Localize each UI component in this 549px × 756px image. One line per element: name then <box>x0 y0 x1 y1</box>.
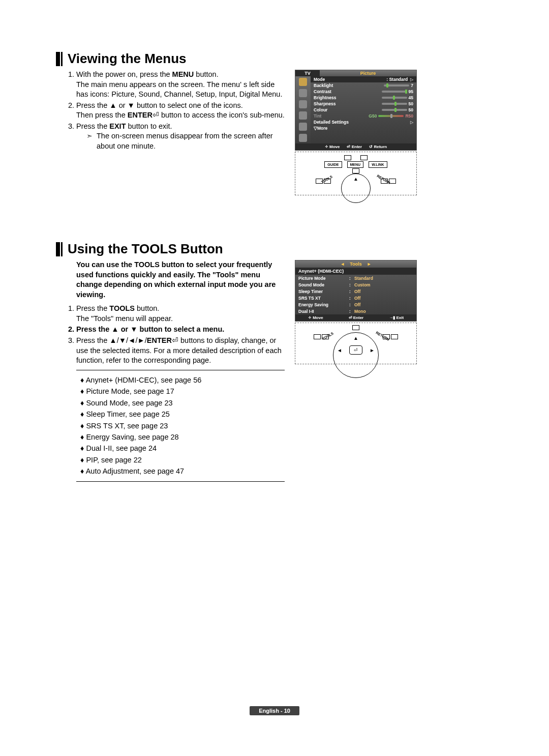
osd2-row: Picture Mode:Standard <box>295 275 416 281</box>
heading-bar <box>56 242 60 256</box>
osd-row-contrast: Contrast95 <box>311 89 416 95</box>
section-heading-2: Using the TOOLS Button <box>56 241 493 257</box>
osd2-footer: ✧ Move ⏎ Enter →▮ Exit <box>295 314 416 321</box>
bullet-item: ♦ Sleep Timer, see page 25 <box>80 409 285 420</box>
osd-icon-rail <box>295 76 311 143</box>
heading-bar-thin <box>61 242 63 256</box>
bullet-item: ♦ Picture Mode, see page 17 <box>80 386 285 397</box>
bullet-item: ♦ SRS TS XT, see page 23 <box>80 420 285 431</box>
osd-row-sharpness: Sharpness50 <box>311 101 416 107</box>
step-2: Press the ▲ or ▼ button to select one of… <box>76 101 285 121</box>
osd-move-hint: ✧ Move <box>325 144 340 149</box>
page-number: English - 10 <box>250 706 299 715</box>
bullet-item: ♦ PIP, see page 22 <box>80 454 285 466</box>
bullet-item: ♦ Dual I-II, see page 24 <box>80 443 285 454</box>
step-2: Press the ▲ or ▼ button to select a menu… <box>76 325 285 335</box>
osd-row-backlight: Backlight7 <box>311 82 416 89</box>
osd2-row: Sound Mode:Custom <box>295 281 416 288</box>
osd-row-tint: TintG50R50 <box>311 113 416 119</box>
osd-return-hint: ↺ Return <box>369 144 387 149</box>
osd2-row: Dual I-II:Mono <box>295 308 416 314</box>
page-footer: English - 10 <box>0 706 549 715</box>
note-icon: ➣ <box>86 131 93 151</box>
remote-small-btn <box>314 334 321 339</box>
bullet-item: ♦ Sound Mode, see page 23 <box>80 397 285 409</box>
heading-bar <box>56 52 60 66</box>
separator <box>76 370 285 370</box>
separator <box>76 481 285 482</box>
osd-footer: ✧ Move ⏎ Enter ↺ Return <box>295 143 416 150</box>
osd-row-more: ▽More <box>311 125 416 131</box>
osd-rows: Mode: Standard ▷ Backlight7 Contrast95 B… <box>311 76 416 143</box>
enter-button: ⏎ <box>349 345 362 355</box>
sound-icon <box>299 89 307 97</box>
remote-indicator <box>360 155 368 160</box>
osd2-row: Sleep Timer:Off <box>295 288 416 295</box>
step-3: Press the EXIT button to exit. ➣ The on-… <box>76 122 285 152</box>
osd-title: Picture <box>320 70 416 76</box>
remote-diagram-2: TOOLS RETURN ▲ ◄ ► ⏎ <box>295 323 417 364</box>
digital-menu-icon <box>299 134 307 142</box>
section2-intro: You can use the TOOLS button to select y… <box>56 260 285 300</box>
osd-row-colour: Colour50 <box>311 107 416 113</box>
osd-enter-hint: ⏎ Enter <box>347 144 362 149</box>
section-heading-1: Viewing the Menus <box>56 51 493 67</box>
bullet-item: ♦ Anynet+ (HDMI-CEC), see page 56 <box>80 374 285 386</box>
enter-icon: ⏎ <box>152 111 159 119</box>
osd-tv-label: TV <box>295 70 320 76</box>
input-icon <box>299 123 307 131</box>
remote-indicator <box>344 155 351 160</box>
guide-button: GUIDE <box>324 161 342 168</box>
up-icon: ▲ <box>353 335 358 341</box>
nav-circle: ▲ <box>341 173 371 203</box>
section1-steps: With the power on, press the MENU button… <box>56 70 285 152</box>
channel-icon <box>299 100 307 108</box>
picture-icon <box>299 78 307 86</box>
bullet-item: ♦ Energy Saving, see page 28 <box>80 431 285 443</box>
reference-list: ♦ Anynet+ (HDMI-CEC), see page 56 ♦ Pict… <box>56 374 285 477</box>
osd-picture-menu: TV Picture Mode: Standard ▷ Backligh <box>295 70 417 151</box>
remote-indicator <box>352 168 359 173</box>
remote-diagram-1: GUIDE MENU W.LINK TOOLS RETURN ▲ <box>295 152 417 195</box>
osd-row-brightness: Brightness45 <box>311 95 416 101</box>
menu-button: MENU <box>347 161 364 168</box>
remote-small-btn <box>391 334 398 339</box>
osd2-move-hint: ✧ Move <box>308 315 323 320</box>
osd2-highlight: Anynet+ (HDMI-CEC) <box>295 268 416 275</box>
enter-icon: ⏎ <box>172 336 178 344</box>
osd2-enter-hint: ⏎ Enter <box>349 315 364 320</box>
osd2-row: SRS TS XT:Off <box>295 295 416 301</box>
step-3-note: ➣ The on-screen menus disappear from the… <box>76 131 285 151</box>
heading-bar-thin <box>61 52 63 66</box>
manual-page: Viewing the Menus With the power on, pre… <box>0 0 549 756</box>
remote-indicator <box>352 325 359 330</box>
step-3: Press the ▲/▼/◄/►/ENTER⏎ buttons to disp… <box>76 336 285 366</box>
osd-row-detailed: Detailed Settings▷ <box>311 119 416 125</box>
osd-tools-menu: ◄ Tools ► Anynet+ (HDMI-CEC) Picture Mod… <box>295 260 417 322</box>
section2-steps: Press the TOOLS button. The "Tools" menu… <box>56 304 285 365</box>
osd2-exit-hint: →▮ Exit <box>389 315 404 320</box>
setup-icon <box>299 111 307 120</box>
heading-text: Using the TOOLS Button <box>68 241 223 257</box>
heading-text: Viewing the Menus <box>68 51 187 67</box>
right-icon: ► <box>370 347 375 353</box>
wlink-button: W.LINK <box>369 161 387 168</box>
osd2-row: Energy Saving:Off <box>295 301 416 308</box>
step-1: With the power on, press the MENU button… <box>76 70 285 100</box>
osd2-title: ◄ Tools ► <box>295 260 416 268</box>
bullet-item: ♦ Auto Adjustment, see page 47 <box>80 466 285 477</box>
step-1: Press the TOOLS button. The "Tools" menu… <box>76 304 285 324</box>
osd-row-mode: Mode: Standard ▷ <box>311 76 416 82</box>
left-icon: ◄ <box>337 347 342 353</box>
